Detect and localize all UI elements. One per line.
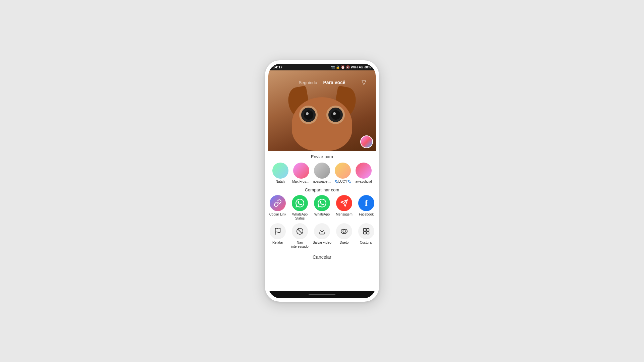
dueto-icon bbox=[336, 223, 352, 239]
dog-eye-inner-left bbox=[304, 110, 313, 120]
lock-icon: 🔒 bbox=[336, 65, 340, 69]
contact-away[interactable]: awayoficial bbox=[354, 163, 373, 183]
share-copiar-link[interactable]: Copiar Link bbox=[268, 195, 287, 221]
relatar-label: Relatar bbox=[272, 241, 283, 245]
share-whatsapp[interactable]: WhatsApp bbox=[313, 195, 331, 221]
svg-rect-10 bbox=[364, 232, 366, 234]
dog-illustration bbox=[288, 84, 356, 151]
dog-head bbox=[292, 97, 352, 151]
whatsapp-status-icon bbox=[292, 195, 308, 211]
action-row: Relatar Não interessado Salvar vídeo bbox=[268, 222, 376, 250]
contact-name-maxfrost: Max Frost ✓ bbox=[292, 180, 310, 183]
contact-name-lucy: 🐾LUCY🐾 bbox=[334, 180, 352, 183]
contacts-row: Nataly Max Frost ✓ nossoape.101 🐾LUCY🐾 a… bbox=[268, 161, 376, 185]
wifi-icon: WiFi bbox=[351, 65, 358, 69]
contact-avatar-nossoape bbox=[314, 163, 330, 179]
share-whatsapp-status[interactable]: WhatsApp Status bbox=[290, 195, 309, 221]
contact-name-away: awayoficial bbox=[356, 180, 372, 183]
phone-screen: 14:17 📷 🔒 ⏰ 🔇 WiFi 4G 38% bbox=[268, 64, 376, 298]
svg-rect-8 bbox=[364, 229, 366, 231]
status-bar: 14:17 📷 🔒 ⏰ 🔇 WiFi 4G 38% bbox=[268, 64, 376, 70]
contact-name-nataly: Nataly bbox=[276, 180, 285, 183]
verified-badge: ✓ bbox=[308, 180, 310, 183]
battery-level: 38% bbox=[364, 65, 371, 69]
dog-eye-shine-right bbox=[333, 112, 336, 115]
dog-eye-left bbox=[299, 106, 318, 124]
svg-rect-9 bbox=[367, 229, 369, 231]
status-icons: 📷 🔒 ⏰ 🔇 WiFi 4G 38% bbox=[331, 65, 371, 69]
costurar-icon bbox=[358, 223, 374, 239]
share-facebook[interactable]: f Facebook bbox=[357, 195, 376, 221]
nav-tabs: Seguindo Para você bbox=[299, 80, 345, 85]
dueto-label: Dueto bbox=[340, 241, 349, 245]
action-dueto[interactable]: Dueto bbox=[335, 223, 354, 249]
whatsapp-status-label: WhatsApp Status bbox=[290, 213, 309, 221]
home-indicator bbox=[268, 291, 376, 298]
costurar-label: Costurar bbox=[360, 241, 373, 245]
home-indicator-bar bbox=[309, 294, 335, 295]
salvar-video-icon bbox=[314, 223, 330, 239]
salvar-video-label: Salvar vídeo bbox=[313, 241, 331, 245]
nao-interessado-label: Não interessado bbox=[290, 241, 309, 249]
contact-nossoape[interactable]: nossoape.101 bbox=[313, 163, 331, 183]
svg-rect-11 bbox=[367, 232, 369, 234]
contact-avatar-lucy bbox=[335, 163, 351, 179]
facebook-label: Facebook bbox=[359, 213, 374, 217]
mensagem-label: Mensagem bbox=[336, 213, 352, 217]
status-time: 14:17 bbox=[273, 65, 282, 69]
contact-lucy[interactable]: 🐾LUCY🐾 bbox=[333, 163, 352, 183]
dog-eye-shine-left bbox=[306, 112, 309, 115]
action-salvar-video[interactable]: Salvar vídeo bbox=[313, 223, 331, 249]
nao-interessado-icon bbox=[292, 223, 308, 239]
nav-bar: Seguindo Para você ▽ bbox=[272, 78, 372, 87]
compartilhar-title: Compartilhar com bbox=[268, 185, 376, 194]
copiar-link-icon bbox=[270, 195, 286, 211]
signal-icon: 4G bbox=[359, 65, 363, 69]
relatar-icon bbox=[270, 223, 286, 239]
share-row: Copiar Link WhatsApp Status WhatsApp bbox=[268, 194, 376, 222]
whatsapp-icon bbox=[314, 195, 330, 211]
facebook-icon: f bbox=[358, 195, 374, 211]
action-nao-interessado[interactable]: Não interessado bbox=[290, 223, 309, 249]
copiar-link-label: Copiar Link bbox=[269, 213, 286, 217]
contact-maxfrost[interactable]: Max Frost ✓ bbox=[292, 163, 311, 183]
tab-para-voce[interactable]: Para você bbox=[323, 80, 345, 85]
dog-eye-inner-right bbox=[331, 110, 340, 120]
action-costurar[interactable]: Costurar bbox=[357, 223, 376, 249]
alarm-icon: ⏰ bbox=[341, 65, 345, 69]
phone-frame: 14:17 📷 🔒 ⏰ 🔇 WiFi 4G 38% bbox=[265, 60, 379, 302]
video-area: Seguindo Para você ▽ bbox=[268, 70, 376, 151]
contact-avatar-nataly bbox=[272, 163, 288, 179]
mensagem-icon bbox=[336, 195, 352, 211]
contact-name-nossoape: nossoape.101 bbox=[313, 180, 331, 183]
cancel-button[interactable]: Cancelar bbox=[268, 251, 376, 262]
svg-line-4 bbox=[298, 229, 302, 234]
enviar-title: Enviar para bbox=[268, 151, 376, 161]
contact-nataly[interactable]: Nataly bbox=[271, 163, 290, 183]
send-button[interactable]: ▽ bbox=[362, 79, 366, 86]
contact-avatar-away bbox=[356, 163, 372, 179]
camera-icon: 📷 bbox=[331, 65, 335, 69]
share-mensagem[interactable]: Mensagem bbox=[335, 195, 354, 221]
contact-avatar-maxfrost bbox=[293, 163, 309, 179]
action-relatar[interactable]: Relatar bbox=[268, 223, 287, 249]
dog-eye-right bbox=[326, 106, 345, 124]
share-sheet: Enviar para Nataly Max Frost ✓ nossoape.… bbox=[268, 151, 376, 291]
mute-icon: 🔇 bbox=[346, 65, 350, 69]
tab-seguindo[interactable]: Seguindo bbox=[299, 80, 317, 85]
whatsapp-label: WhatsApp bbox=[314, 213, 330, 217]
video-overlay-avatar[interactable] bbox=[360, 135, 373, 148]
